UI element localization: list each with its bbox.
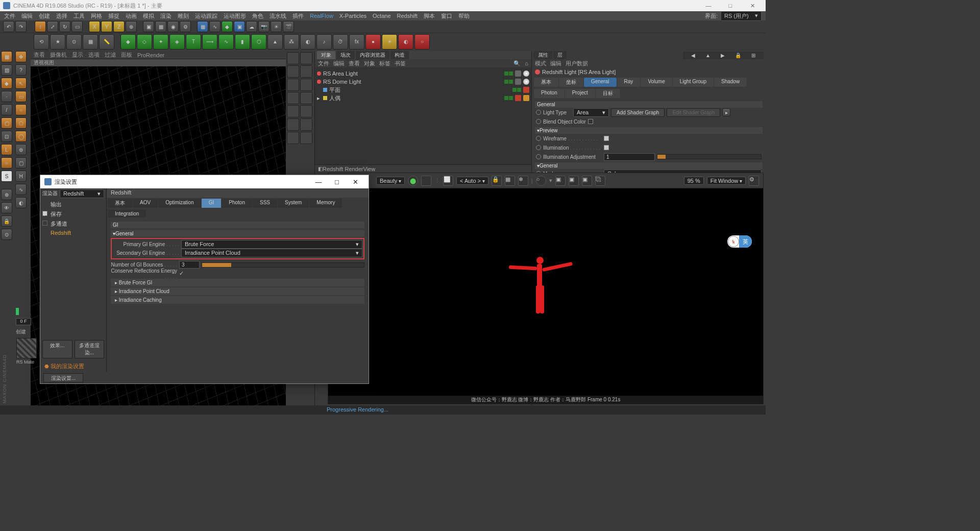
menu-sculpt[interactable]: 雕刻 [178, 12, 189, 20]
light-type-dropdown[interactable]: Area▾ [573, 108, 609, 117]
tab-structure[interactable]: 构造 [390, 51, 409, 59]
material-tag-icon[interactable] [515, 95, 521, 101]
tab-takes[interactable]: 场次 [336, 51, 355, 59]
layout-selector[interactable]: RS (用户)▾ [721, 11, 762, 21]
dialog-titlebar[interactable]: 渲染设置 — □ ✕ [40, 175, 369, 188]
menu-edit[interactable]: 编辑 [21, 12, 33, 20]
object-hierarchy[interactable]: RS Area Light RS Dome Light 平面 ▸人偶 [315, 67, 531, 164]
rs-tag-icon[interactable] [523, 79, 529, 85]
mograph-cloner-icon[interactable]: ◆ [120, 34, 136, 50]
mograph-poly-icon[interactable]: ⬡ [251, 34, 266, 50]
tab-general[interactable]: General [584, 78, 617, 87]
menu-anim[interactable]: 动画 [126, 12, 137, 20]
mograph-text-icon[interactable]: T [186, 34, 201, 50]
add-shader-button[interactable]: Add Shader Graph [611, 108, 665, 117]
auto-selector[interactable]: < Auto > ▾ [456, 177, 488, 185]
effector-shader-icon[interactable]: ◐ [300, 34, 315, 50]
render-pic-icon[interactable]: ▣ [143, 21, 154, 32]
material-tag-icon[interactable] [523, 87, 529, 93]
tab-coord[interactable]: 坐标 [559, 78, 583, 87]
illum-adj-input[interactable] [604, 153, 655, 161]
attr-mode[interactable]: 模式 [535, 60, 546, 67]
snapshot-c-icon[interactable]: ▣ [582, 176, 592, 186]
mograph-fracture-icon[interactable]: ✦ [153, 34, 168, 50]
menu-plugins[interactable]: 插件 [292, 12, 304, 20]
lasso-select-icon[interactable]: ○ [15, 104, 27, 115]
history-icon[interactable]: ⟲ [34, 34, 49, 50]
dlg-close-button[interactable]: ✕ [346, 178, 364, 186]
vs-1[interactable] [287, 52, 299, 64]
magnet-icon[interactable]: ⊙ [66, 34, 82, 50]
mograph-extrude-icon[interactable]: ▮ [235, 34, 250, 50]
gear-icon[interactable]: ⚙ [749, 176, 759, 186]
rstab-photon[interactable]: Photon [222, 199, 252, 208]
arrow-icon[interactable]: ▸ [722, 108, 730, 116]
gi-general-header[interactable]: ▾General [111, 230, 364, 237]
tab-layers[interactable]: 层 [553, 51, 567, 59]
phong-tag-icon[interactable] [523, 95, 529, 101]
menu-realflow[interactable]: RealFlow [310, 13, 333, 19]
tab-ray[interactable]: Ray [617, 78, 641, 87]
vp-camera[interactable]: 摄像机 [50, 51, 67, 59]
collapse-ipc[interactable]: Irradiance Point Cloud [111, 287, 364, 295]
multipass-button[interactable]: 多通道渲染... [75, 340, 105, 358]
vp-panel[interactable]: 面板 [121, 51, 132, 59]
bounces-slider[interactable] [202, 262, 364, 268]
home-icon[interactable]: ⌂ [525, 60, 528, 66]
secondary-gi-dropdown[interactable]: Irradiance Point Cloud▾ [181, 249, 362, 257]
tool-select-icon[interactable]: ▭ [71, 21, 83, 32]
cube-primitive-icon[interactable]: ▦ [197, 21, 208, 32]
om-tags[interactable]: 标签 [379, 60, 390, 67]
tweak-icon[interactable]: ○ [1, 157, 12, 168]
loop-select-icon[interactable]: ◯ [15, 131, 27, 142]
measure-icon[interactable]: 📏 [99, 34, 114, 50]
path-select-icon[interactable]: ∿ [15, 184, 27, 195]
aov-selector[interactable]: Beauty ▾ [376, 177, 405, 185]
render-region-icon[interactable]: ▦ [155, 21, 166, 32]
generator-icon[interactable]: ◆ [222, 21, 233, 32]
effector-formula-icon[interactable]: fx [349, 34, 364, 50]
deformer-icon[interactable]: ▣ [234, 21, 245, 32]
tab-photon[interactable]: Photon [534, 89, 565, 98]
vs-6[interactable] [300, 79, 312, 91]
texture-mode-icon[interactable]: ▨ [1, 64, 12, 76]
grid-icon[interactable]: ▦ [505, 176, 515, 186]
help-icon[interactable]: ? [15, 64, 27, 76]
list-multipass[interactable]: 多通道 [41, 219, 105, 229]
nav-up-icon[interactable]: ▶ [717, 52, 729, 59]
tag-icon[interactable] [515, 70, 521, 77]
menu-script[interactable]: 脚本 [424, 12, 435, 20]
menu-redshift[interactable]: Redshift [397, 13, 418, 19]
mograph-matrix-icon[interactable]: ◇ [137, 34, 152, 50]
list-redshift[interactable]: Redshift [41, 229, 105, 237]
rs-sun-icon[interactable]: ☀ [382, 34, 397, 50]
hierarchy-item[interactable]: ▸人偶 [317, 94, 529, 102]
om-file[interactable]: 文件 [318, 60, 329, 67]
rs-tag-icon[interactable] [523, 70, 529, 77]
maximize-button[interactable]: □ [720, 3, 741, 9]
tab-content[interactable]: 内容浏览器 [356, 51, 389, 59]
hierarchy-item[interactable]: RS Dome Light [317, 78, 529, 86]
menu-track[interactable]: 运动跟踪 [195, 12, 217, 20]
rstab-optimization[interactable]: Optimization [158, 199, 201, 208]
menu-character[interactable]: 角色 [252, 12, 263, 20]
rs-light-icon[interactable]: ● [365, 34, 381, 50]
frame-field[interactable]: 0 F [16, 318, 31, 325]
crop-icon[interactable]: ⬜ [443, 176, 453, 186]
tab-basic[interactable]: 基本 [534, 78, 558, 87]
radio-icon[interactable] [536, 119, 541, 124]
vp-filter[interactable]: 过滤 [105, 51, 116, 59]
rs-env-icon[interactable]: ○ [414, 34, 430, 50]
snapshot-b-icon[interactable]: ▣ [569, 176, 579, 186]
redo-icon[interactable]: ↷ [15, 21, 27, 32]
snap-icon[interactable]: ⊙ [1, 229, 12, 240]
list-output[interactable]: 输出 [41, 200, 105, 209]
ime-badge[interactable]: 🦌 英 [727, 235, 752, 248]
vs-5[interactable] [287, 79, 299, 91]
uv-point-icon[interactable]: ⊡ [1, 131, 12, 142]
circle-icon[interactable]: ○ [536, 176, 546, 186]
vs-4[interactable] [300, 65, 312, 78]
menu-render[interactable]: 渲染 [160, 12, 172, 20]
collapse-ic[interactable]: Irradiance Caching [111, 296, 364, 304]
vs-14[interactable] [300, 132, 312, 144]
